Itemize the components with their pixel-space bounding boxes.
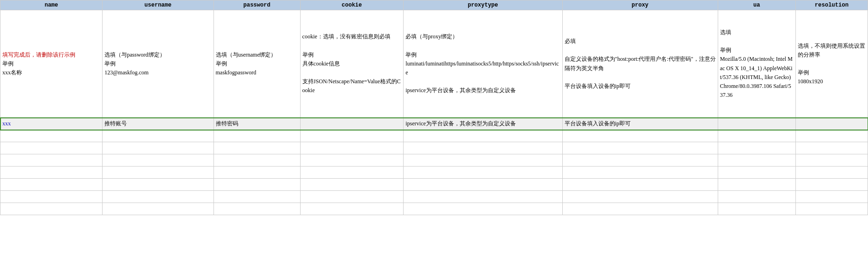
empty-cell[interactable] <box>795 154 868 167</box>
empty-cell[interactable] <box>0 130 103 142</box>
empty-cell[interactable] <box>718 142 795 154</box>
header-username[interactable]: username <box>103 0 213 10</box>
empty-cell[interactable] <box>213 203 300 215</box>
empty-cell[interactable] <box>300 142 404 154</box>
cell-desc-password[interactable]: 选填（与username绑定） 举例 maskfogpassword <box>213 10 300 118</box>
empty-row[interactable] <box>0 130 868 142</box>
empty-cell[interactable] <box>300 154 404 167</box>
empty-cell[interactable] <box>795 142 868 154</box>
empty-cell[interactable] <box>300 203 404 215</box>
empty-cell[interactable] <box>718 179 795 191</box>
empty-cell[interactable] <box>0 142 103 154</box>
empty-cell[interactable] <box>0 154 103 167</box>
empty-cell[interactable] <box>404 130 562 142</box>
empty-cell[interactable] <box>562 154 718 167</box>
empty-cell[interactable] <box>404 203 562 215</box>
empty-cell[interactable] <box>0 203 103 215</box>
empty-row[interactable] <box>0 203 868 215</box>
desc-name-warning: 填写完成后，请删除该行示例 <box>2 51 75 58</box>
empty-cell[interactable] <box>213 154 300 167</box>
header-ua[interactable]: ua <box>718 0 795 10</box>
empty-cell[interactable] <box>795 130 868 142</box>
cell-desc-proxy[interactable]: 必填 自定义设备的格式为"host:port:代理用户名:代理密码"，注意分隔符… <box>562 10 718 118</box>
cell-desc-resolution[interactable]: 选填，不填则使用系统设置的分辨率 举例 1080x1920 <box>795 10 868 118</box>
desc-proxytype-l1: 必填（与proxy绑定） <box>405 33 458 40</box>
empty-cell[interactable] <box>213 179 300 191</box>
header-password[interactable]: password <box>213 0 300 10</box>
cell-row2-name[interactable]: xxx <box>0 118 103 130</box>
cell-row2-username[interactable]: 推特账号 <box>103 118 213 130</box>
empty-cell[interactable] <box>103 142 213 154</box>
empty-cell[interactable] <box>103 191 213 203</box>
empty-cell[interactable] <box>562 179 718 191</box>
empty-cell[interactable] <box>404 154 562 167</box>
desc-username-l2: 举例 <box>104 60 116 67</box>
desc-proxytype-l3: luminati/luminatihttps/luminatisocks5/ht… <box>405 60 559 76</box>
desc-proxytype-l2: 举例 <box>405 51 417 58</box>
header-proxytype[interactable]: proxytype <box>404 0 562 10</box>
desc-res-l3: 1080x1920 <box>798 78 823 85</box>
cell-row2-resolution[interactable] <box>795 118 868 130</box>
empty-cell[interactable] <box>103 203 213 215</box>
empty-cell[interactable] <box>300 179 404 191</box>
empty-cell[interactable] <box>404 191 562 203</box>
empty-cell[interactable] <box>103 154 213 167</box>
empty-cell[interactable] <box>300 130 404 142</box>
empty-cell[interactable] <box>0 167 103 179</box>
empty-cell[interactable] <box>300 191 404 203</box>
empty-cell[interactable] <box>795 179 868 191</box>
empty-cell[interactable] <box>562 142 718 154</box>
desc-proxy-l2: 自定义设备的格式为"host:port:代理用户名:代理密码"，注意分隔符为英文… <box>565 56 716 71</box>
empty-row[interactable] <box>0 154 868 167</box>
empty-row[interactable] <box>0 179 868 191</box>
description-row: 填写完成后，请删除该行示例 举例 xxx名称 选填（与password绑定） 举… <box>0 10 868 118</box>
empty-cell[interactable] <box>795 203 868 215</box>
desc-cookie-l2: 举例 <box>302 51 314 58</box>
empty-cell[interactable] <box>718 130 795 142</box>
spreadsheet-table[interactable]: name username password cookie proxytype … <box>0 0 868 215</box>
empty-cell[interactable] <box>718 191 795 203</box>
empty-cell[interactable] <box>213 130 300 142</box>
empty-cell[interactable] <box>562 203 718 215</box>
empty-cell[interactable] <box>718 203 795 215</box>
cell-desc-cookie[interactable]: cookie：选填，没有账密信息则必填 举例 具体cookie信息 支持JSON… <box>300 10 404 118</box>
cell-row2-password[interactable]: 推特密码 <box>213 118 300 130</box>
cell-desc-ua[interactable]: 选填 举例 Mozilla/5.0 (Macintosh; Intel Mac … <box>718 10 795 118</box>
empty-cell[interactable] <box>795 191 868 203</box>
empty-cell[interactable] <box>0 179 103 191</box>
empty-cell[interactable] <box>103 167 213 179</box>
cell-desc-proxytype[interactable]: 必填（与proxy绑定） 举例 luminati/luminatihttps/l… <box>404 10 562 118</box>
empty-cell[interactable] <box>404 179 562 191</box>
empty-cell[interactable] <box>562 130 718 142</box>
empty-cell[interactable] <box>300 167 404 179</box>
cell-desc-name[interactable]: 填写完成后，请删除该行示例 举例 xxx名称 <box>0 10 103 118</box>
empty-cell[interactable] <box>213 191 300 203</box>
empty-cell[interactable] <box>718 154 795 167</box>
desc-ua-l1: 选填 <box>720 29 731 36</box>
cell-row2-proxy[interactable]: 平台设备填入设备的ip即可 <box>562 118 718 130</box>
empty-row[interactable] <box>0 191 868 203</box>
cell-desc-username[interactable]: 选填（与password绑定） 举例 123@maskfog.com <box>103 10 213 118</box>
cell-row2-cookie[interactable] <box>300 118 404 130</box>
header-resolution[interactable]: resolution <box>795 0 868 10</box>
cell-row2-proxytype[interactable]: ipservice为平台设备，其余类型为自定义设备 <box>404 118 562 130</box>
empty-cell[interactable] <box>718 167 795 179</box>
header-name[interactable]: name <box>0 0 103 10</box>
empty-cell[interactable] <box>0 191 103 203</box>
empty-row[interactable] <box>0 167 868 179</box>
header-cookie[interactable]: cookie <box>300 0 404 10</box>
empty-row[interactable] <box>0 142 868 154</box>
data-row-selected[interactable]: xxx 推特账号 推特密码 ipservice为平台设备，其余类型为自定义设备 … <box>0 118 868 130</box>
empty-cell[interactable] <box>404 167 562 179</box>
empty-cell[interactable] <box>562 167 718 179</box>
empty-cell[interactable] <box>213 167 300 179</box>
empty-cell[interactable] <box>103 179 213 191</box>
empty-cell[interactable] <box>562 191 718 203</box>
empty-cell[interactable] <box>213 142 300 154</box>
desc-proxy-l3: 平台设备填入设备的ip即可 <box>565 83 631 89</box>
cell-row2-ua[interactable] <box>718 118 795 130</box>
header-proxy[interactable]: proxy <box>562 0 718 10</box>
empty-cell[interactable] <box>103 130 213 142</box>
empty-cell[interactable] <box>404 142 562 154</box>
empty-cell[interactable] <box>795 167 868 179</box>
